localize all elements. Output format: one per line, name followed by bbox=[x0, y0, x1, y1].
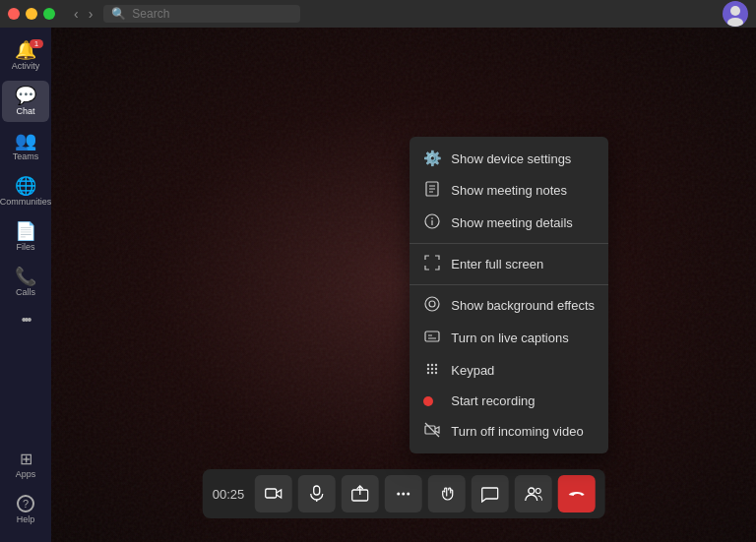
menu-label-show-meeting-notes: Show meeting notes bbox=[451, 183, 567, 198]
minimize-button[interactable] bbox=[26, 8, 37, 20]
sidebar-item-files[interactable]: 📄 Files bbox=[2, 216, 49, 258]
menu-item-turn-off-incoming-video[interactable]: Turn off incoming video bbox=[410, 415, 608, 448]
keypad-icon bbox=[423, 361, 441, 380]
nav-arrows: ‹ › bbox=[71, 6, 95, 22]
sidebar-item-apps[interactable]: ⊞ Apps bbox=[2, 446, 49, 485]
activity-badge: 1 bbox=[30, 39, 43, 48]
menu-item-keypad[interactable]: Keypad bbox=[410, 354, 608, 387]
svg-point-17 bbox=[435, 364, 437, 366]
sidebar-label-chat: Chat bbox=[16, 106, 34, 116]
controls-bar: 00:25 bbox=[203, 469, 605, 518]
more-icon: ••• bbox=[22, 313, 31, 327]
title-bar: ‹ › 🔍 bbox=[0, 0, 756, 28]
menu-separator-1 bbox=[410, 243, 608, 244]
menu-item-turn-on-live-captions[interactable]: Turn on live captions bbox=[410, 322, 608, 354]
sidebar: 🔔 1 Activity 💬 Chat 👥 Teams 🌐 Communitie… bbox=[0, 28, 51, 542]
record-icon bbox=[423, 396, 441, 406]
help-icon: ? bbox=[17, 495, 34, 512]
hangup-button[interactable] bbox=[557, 475, 595, 512]
raise-hand-button[interactable] bbox=[427, 475, 465, 512]
full-screen-icon bbox=[423, 255, 441, 273]
incoming-video-icon bbox=[423, 422, 441, 441]
menu-item-enter-full-screen[interactable]: Enter full screen bbox=[410, 248, 608, 280]
svg-rect-27 bbox=[313, 486, 319, 495]
svg-point-18 bbox=[427, 368, 429, 370]
svg-point-23 bbox=[435, 372, 437, 374]
menu-label-show-background-effects: Show background effects bbox=[451, 298, 595, 313]
main-container: 🔔 1 Activity 💬 Chat 👥 Teams 🌐 Communitie… bbox=[0, 28, 756, 542]
sidebar-item-activity[interactable]: 🔔 1 Activity bbox=[2, 35, 49, 77]
teams-icon: 👥 bbox=[15, 132, 36, 150]
menu-label-start-recording: Start recording bbox=[451, 393, 535, 408]
svg-point-30 bbox=[397, 493, 400, 496]
sidebar-label-teams: Teams bbox=[13, 151, 39, 161]
sidebar-label-calls: Calls bbox=[16, 287, 35, 297]
more-button[interactable] bbox=[384, 475, 421, 512]
svg-point-31 bbox=[402, 493, 405, 496]
svg-line-25 bbox=[425, 423, 439, 437]
svg-point-21 bbox=[427, 372, 429, 374]
maximize-button[interactable] bbox=[43, 8, 55, 20]
svg-point-1 bbox=[730, 6, 740, 16]
participants-button[interactable] bbox=[514, 475, 551, 512]
meeting-details-icon bbox=[423, 213, 441, 232]
svg-rect-12 bbox=[425, 331, 439, 341]
video-area: ⚙️ Show device settings Show meeting not… bbox=[51, 28, 756, 542]
sidebar-label-apps: Apps bbox=[16, 469, 36, 479]
close-button[interactable] bbox=[8, 8, 20, 20]
files-icon: 📄 bbox=[15, 222, 36, 240]
background-effects-icon bbox=[423, 296, 441, 315]
menu-label-keypad: Keypad bbox=[451, 363, 494, 378]
mic-button[interactable] bbox=[297, 475, 335, 512]
live-captions-icon bbox=[423, 329, 441, 347]
context-menu: ⚙️ Show device settings Show meeting not… bbox=[410, 137, 608, 453]
record-dot bbox=[423, 396, 433, 406]
menu-label-show-meeting-details: Show meeting details bbox=[451, 215, 573, 230]
avatar[interactable] bbox=[723, 1, 748, 27]
sidebar-label-activity: Activity bbox=[12, 61, 40, 71]
calls-icon: 📞 bbox=[15, 268, 36, 285]
share-button[interactable] bbox=[341, 475, 378, 512]
sidebar-item-help[interactable]: ? Help bbox=[2, 489, 49, 530]
call-timer: 00:25 bbox=[213, 487, 245, 502]
forward-arrow[interactable]: › bbox=[86, 6, 96, 22]
svg-point-9 bbox=[431, 217, 433, 219]
svg-point-19 bbox=[431, 368, 433, 370]
meeting-notes-icon bbox=[423, 181, 441, 200]
menu-item-show-background-effects[interactable]: Show background effects bbox=[410, 289, 608, 322]
menu-item-show-meeting-details[interactable]: Show meeting details bbox=[410, 207, 608, 239]
device-settings-icon: ⚙️ bbox=[423, 150, 441, 167]
search-input[interactable] bbox=[132, 7, 280, 21]
svg-point-33 bbox=[528, 488, 534, 494]
sidebar-item-chat[interactable]: 💬 Chat bbox=[2, 81, 49, 122]
menu-label-turn-on-live-captions: Turn on live captions bbox=[451, 331, 568, 345]
menu-item-start-recording[interactable]: Start recording bbox=[410, 387, 608, 415]
svg-point-10 bbox=[429, 301, 435, 307]
chat-icon: 💬 bbox=[15, 87, 36, 104]
menu-label-show-device-settings: Show device settings bbox=[451, 151, 571, 166]
svg-rect-26 bbox=[265, 489, 276, 498]
svg-point-22 bbox=[431, 372, 433, 374]
back-arrow[interactable]: ‹ bbox=[71, 6, 82, 22]
traffic-lights bbox=[8, 8, 55, 20]
sidebar-bottom: ⊞ Apps ? Help bbox=[2, 446, 49, 542]
svg-point-32 bbox=[407, 493, 410, 496]
sidebar-label-files: Files bbox=[16, 242, 34, 252]
menu-separator-2 bbox=[410, 284, 608, 285]
chat-button[interactable] bbox=[471, 475, 508, 512]
sidebar-label-help: Help bbox=[17, 514, 35, 524]
menu-item-show-device-settings[interactable]: ⚙️ Show device settings bbox=[410, 143, 608, 174]
sidebar-label-communities: Communities bbox=[0, 197, 51, 207]
communities-icon: 🌐 bbox=[15, 177, 36, 195]
menu-label-enter-full-screen: Enter full screen bbox=[451, 257, 543, 271]
menu-item-show-meeting-notes[interactable]: Show meeting notes bbox=[410, 174, 608, 207]
svg-point-16 bbox=[431, 364, 433, 366]
sidebar-item-communities[interactable]: 🌐 Communities bbox=[2, 171, 49, 212]
sidebar-item-more[interactable]: ••• bbox=[2, 307, 49, 332]
svg-point-34 bbox=[536, 489, 540, 494]
svg-point-20 bbox=[435, 368, 437, 370]
search-bar[interactable]: 🔍 bbox=[103, 5, 300, 23]
camera-button[interactable] bbox=[254, 475, 291, 512]
sidebar-item-calls[interactable]: 📞 Calls bbox=[2, 262, 49, 303]
sidebar-item-teams[interactable]: 👥 Teams bbox=[2, 126, 49, 167]
